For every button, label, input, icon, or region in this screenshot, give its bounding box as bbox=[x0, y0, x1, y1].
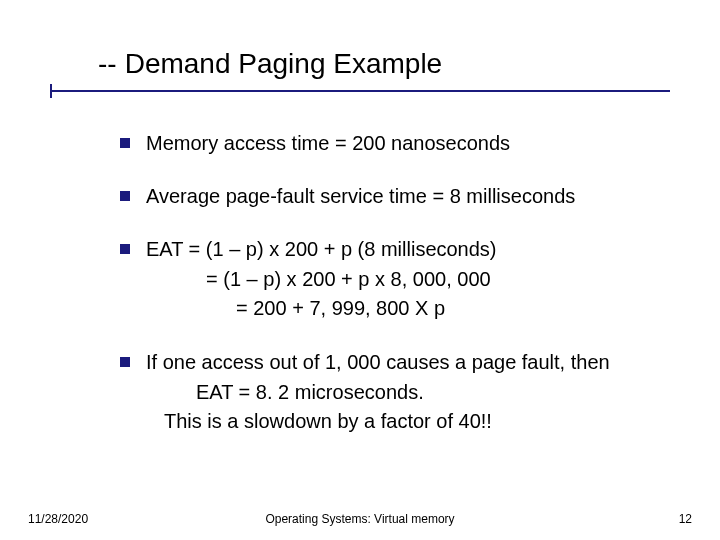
footer-title: Operating Systems: Virtual memory bbox=[0, 512, 720, 526]
bullet-text: Average page-fault service time = 8 mill… bbox=[146, 183, 670, 210]
bullet-icon bbox=[120, 244, 130, 254]
bullet-text: EAT = (1 – p) x 200 + p (8 milliseconds) bbox=[146, 236, 670, 263]
bullet-continuation: EAT = 8. 2 microseconds. This is a slowd… bbox=[146, 378, 670, 436]
slide-title: -- Demand Paging Example bbox=[98, 48, 680, 80]
bullet-text: If one access out of 1, 000 causes a pag… bbox=[146, 349, 670, 376]
bullet-item-4: If one access out of 1, 000 causes a pag… bbox=[120, 349, 670, 376]
bullet-block-4: If one access out of 1, 000 causes a pag… bbox=[120, 349, 670, 436]
slide-body: Memory access time = 200 nanoseconds Ave… bbox=[120, 130, 670, 462]
bullet-block-3: EAT = (1 – p) x 200 + p (8 milliseconds)… bbox=[120, 236, 670, 323]
bullet-continuation: = (1 – p) x 200 + p x 8, 000, 000 = 200 … bbox=[146, 265, 670, 323]
slide: -- Demand Paging Example Memory access t… bbox=[0, 0, 720, 540]
title-rule bbox=[50, 90, 670, 92]
bullet-icon bbox=[120, 357, 130, 367]
eat-line-3: = 200 + 7, 999, 800 X p bbox=[146, 294, 670, 323]
title-text: Demand Paging Example bbox=[125, 48, 443, 80]
title-dashes: -- bbox=[98, 48, 117, 80]
bullet-icon bbox=[120, 138, 130, 148]
bullet-item-3: EAT = (1 – p) x 200 + p (8 milliseconds) bbox=[120, 236, 670, 263]
conclusion-line-3: This is a slowdown by a factor of 40!! bbox=[146, 407, 670, 436]
footer-page-number: 12 bbox=[679, 512, 692, 526]
bullet-item-2: Average page-fault service time = 8 mill… bbox=[120, 183, 670, 210]
bullet-icon bbox=[120, 191, 130, 201]
bullet-item-1: Memory access time = 200 nanoseconds bbox=[120, 130, 670, 157]
conclusion-line-2: EAT = 8. 2 microseconds. bbox=[146, 378, 670, 407]
bullet-text: Memory access time = 200 nanoseconds bbox=[146, 130, 670, 157]
eat-line-2: = (1 – p) x 200 + p x 8, 000, 000 bbox=[146, 265, 670, 294]
